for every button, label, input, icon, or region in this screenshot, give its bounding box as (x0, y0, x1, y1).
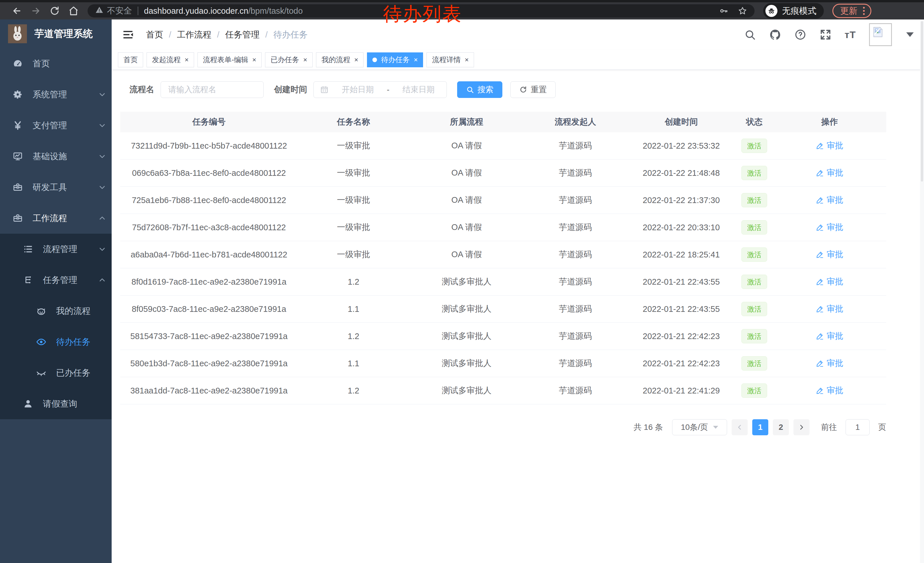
cell-created: 2022-01-21 22:43:55 (627, 305, 736, 314)
tab-0[interactable]: 首页 (118, 53, 143, 67)
approve-link[interactable]: 审批 (816, 140, 843, 152)
tab-close-icon[interactable]: × (303, 56, 307, 63)
reset-button[interactable]: 重置 (510, 81, 556, 98)
prev-page-button[interactable] (732, 419, 748, 435)
font-size-icon[interactable]: тT (845, 29, 856, 41)
tab-2[interactable]: 流程表单-编辑× (198, 53, 262, 67)
cell-action: 审批 (773, 140, 886, 152)
yen-icon (12, 120, 24, 131)
cell-action: 审批 (773, 276, 886, 288)
cell-process: OA 请假 (410, 167, 524, 179)
breadcrumb-separator: / (266, 30, 268, 39)
cell-status: 激活 (736, 329, 773, 343)
edit-pen-icon (816, 196, 824, 204)
cell-name: 1.2 (298, 332, 410, 341)
sidebar-item-3[interactable]: 基础设施 (0, 141, 112, 172)
next-page-button[interactable] (794, 419, 810, 435)
sidebar-item-0[interactable]: 首页 (0, 48, 112, 79)
tab-label: 待办任务 (381, 55, 410, 65)
bookmark-star-icon[interactable] (738, 6, 747, 15)
avatar-caret-icon[interactable] (906, 32, 914, 37)
app-logo-row[interactable]: 芋道管理系统 (0, 20, 112, 48)
cell-initiator: 芋道源码 (524, 385, 627, 396)
sidebar-item-2[interactable]: 支付管理 (0, 110, 112, 141)
approve-link[interactable]: 审批 (816, 249, 843, 260)
tab-1[interactable]: 发起流程× (147, 53, 194, 67)
help-icon[interactable] (794, 29, 806, 41)
page-button-1[interactable]: 1 (752, 419, 768, 435)
breadcrumb-item-2[interactable]: 任务管理 (225, 29, 260, 41)
chevron-down-icon (99, 183, 106, 191)
sidebar-item-1[interactable]: 系统管理 (0, 79, 112, 110)
search-button[interactable]: 搜索 (457, 81, 502, 98)
scrollbar-thumb[interactable] (921, 21, 923, 182)
security-chip[interactable]: 不安全 (95, 5, 132, 17)
github-icon[interactable] (769, 29, 781, 41)
browser-menu-icon[interactable] (863, 7, 865, 15)
avatar[interactable] (869, 23, 892, 46)
sidebar: 芋道管理系统 首页系统管理支付管理基础设施研发工具工作流程流程管理任务管理我的流… (0, 20, 112, 563)
cell-name: 一级审批 (298, 194, 410, 206)
tab-close-icon[interactable]: × (465, 56, 469, 63)
table-row-2: 725a1eb6-7b88-11ec-8ef0-acde48001122一级审批… (120, 187, 886, 214)
cell-created: 2022-01-21 22:43:55 (627, 277, 736, 287)
cell-name: 1.2 (298, 277, 410, 287)
briefcase-icon (12, 213, 24, 224)
cell-name: 1.1 (298, 305, 410, 314)
tab-4[interactable]: 我的流程× (316, 53, 363, 67)
forward-icon[interactable] (26, 6, 45, 16)
breadcrumb-item-0[interactable]: 首页 (146, 29, 163, 41)
sidebar-item-6[interactable]: 流程管理 (0, 234, 112, 264)
key-icon[interactable] (719, 6, 728, 15)
collapse-sidebar-icon[interactable] (122, 29, 134, 41)
status-badge: 激活 (741, 139, 767, 153)
approve-link[interactable]: 审批 (816, 276, 843, 288)
approve-link[interactable]: 审批 (816, 385, 843, 396)
approve-link[interactable]: 审批 (816, 222, 843, 233)
cell-status: 激活 (736, 383, 773, 398)
sidebar-item-8[interactable]: 我的流程 (0, 296, 112, 326)
sidebar-item-9[interactable]: 待办任务 (0, 326, 112, 357)
reload-icon[interactable] (45, 6, 64, 16)
tab-close-icon[interactable]: × (354, 56, 358, 63)
sidebar-item-label: 研发工具 (33, 182, 89, 193)
toolbox-icon (12, 182, 24, 192)
process-name-input[interactable]: 请输入流程名 (160, 81, 264, 98)
goto-page-input[interactable]: 1 (846, 419, 870, 435)
tab-close-icon[interactable]: × (184, 56, 189, 63)
approve-link[interactable]: 审批 (816, 167, 843, 179)
active-tab-dot (372, 57, 377, 62)
approve-link[interactable]: 审批 (816, 303, 843, 315)
approve-link[interactable]: 审批 (816, 194, 843, 206)
fullscreen-icon[interactable] (819, 29, 831, 41)
tab-close-icon[interactable]: × (252, 56, 256, 63)
back-icon[interactable] (8, 6, 26, 16)
tab-close-icon[interactable]: × (414, 56, 418, 63)
breadcrumb-item-1[interactable]: 工作流程 (177, 29, 211, 41)
date-range-picker[interactable]: 开始日期 - 结束日期 (314, 81, 447, 98)
tab-6[interactable]: 流程详情× (426, 53, 474, 67)
page-scrollbar[interactable] (920, 20, 924, 563)
sidebar-item-label: 工作流程 (33, 213, 89, 224)
cell-initiator: 芋道源码 (524, 194, 627, 206)
approve-link[interactable]: 审批 (816, 330, 843, 342)
column-header-1: 任务名称 (298, 116, 410, 128)
update-button[interactable]: 更新 (832, 4, 872, 18)
edit-pen-icon (816, 305, 824, 313)
home-icon[interactable] (64, 6, 83, 16)
tab-3[interactable]: 已办任务× (265, 53, 313, 67)
sidebar-item-7[interactable]: 任务管理 (0, 264, 112, 296)
sidebar-item-4[interactable]: 研发工具 (0, 172, 112, 203)
gear-icon (12, 89, 24, 100)
cell-name: 1.1 (298, 359, 410, 368)
sidebar-item-5[interactable]: 工作流程 (0, 203, 112, 234)
search-icon[interactable] (744, 29, 756, 41)
incognito-chip: 无痕模式 (763, 3, 824, 19)
page-size-select[interactable]: 10条/页 (672, 419, 727, 435)
page-button-2[interactable]: 2 (773, 419, 789, 435)
tab-5[interactable]: 待办任务× (367, 53, 423, 67)
sidebar-item-11[interactable]: 请假查询 (0, 388, 112, 419)
cell-action: 审批 (773, 303, 886, 315)
sidebar-item-10[interactable]: 已办任务 (0, 357, 112, 388)
approve-link[interactable]: 审批 (816, 358, 843, 369)
